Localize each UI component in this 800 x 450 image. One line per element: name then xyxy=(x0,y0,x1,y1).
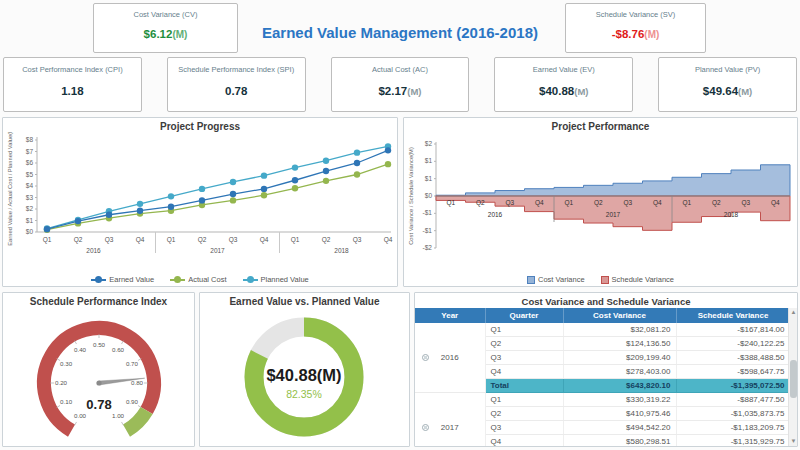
value-cell: $209,199.40 xyxy=(563,351,676,365)
svg-text:Q2: Q2 xyxy=(198,236,207,244)
svg-text:Q4: Q4 xyxy=(771,199,780,207)
value-cell: -$167,814.00 xyxy=(676,323,788,337)
quarter-cell: Q1 xyxy=(485,323,563,337)
svg-text:2017: 2017 xyxy=(210,247,225,254)
evm-dashboard: Cost Variance (CV) $6.12(M) Earned Value… xyxy=(0,0,800,450)
value-cell: -$388,488.50 xyxy=(676,351,788,365)
svg-text:$0: $0 xyxy=(26,228,34,235)
ev-vs-pv-panel: Earned Value vs. Planned Value $40.88(M)… xyxy=(199,292,410,447)
svg-text:$8: $8 xyxy=(26,136,34,143)
svg-text:$2: $2 xyxy=(26,205,34,212)
svg-text:0.40: 0.40 xyxy=(74,346,87,353)
kpi-value: 0.78 xyxy=(168,85,305,97)
svg-text:$1: $1 xyxy=(26,217,34,224)
svg-text:Q1: Q1 xyxy=(446,199,455,207)
svg-text:Q4: Q4 xyxy=(653,199,662,207)
quarter-cell: Q1 xyxy=(485,393,563,407)
svg-text:Q3: Q3 xyxy=(229,236,238,244)
table-row[interactable]: 2016Q1$32,081.20-$167,814.00 xyxy=(415,323,788,337)
svg-text:0.30: 0.30 xyxy=(60,360,73,367)
svg-text:$6: $6 xyxy=(26,159,34,166)
svg-text:$2: $2 xyxy=(425,140,433,147)
collapse-year-icon[interactable] xyxy=(422,354,429,361)
scroll-up-icon[interactable]: ▲ xyxy=(789,308,798,317)
svg-text:0.20: 0.20 xyxy=(55,379,68,386)
total-value-cell: -$1,395,072.50 xyxy=(676,379,788,393)
column-header[interactable]: Cost Variance xyxy=(563,308,676,323)
project-progress-chart[interactable]: $0$1$2$3$4$5$6$7$8Earned Value / Actual … xyxy=(3,132,397,264)
year-cell: 2016 xyxy=(415,323,485,393)
svg-text:Q1: Q1 xyxy=(43,236,52,244)
table-header-row: YearQuarterCost VarianceSchedule Varianc… xyxy=(415,308,788,323)
kpi-row: Cost Performance Index (CPI) 1.18 Schedu… xyxy=(3,57,797,112)
svg-text:0.60: 0.60 xyxy=(112,346,125,353)
svg-text:$4: $4 xyxy=(26,182,34,189)
variance-table-title: Cost Variance and Schedule Variance xyxy=(415,293,797,307)
legend-item-cost-variance[interactable]: Cost Variance xyxy=(527,275,585,284)
quarter-cell: Q2 xyxy=(485,337,563,351)
legend-item-schedule-variance[interactable]: Schedule Variance xyxy=(601,275,674,284)
kpi-card-ev: Earned Value (EV) $40.88(M) xyxy=(494,57,633,112)
kpi-value: 1.18 xyxy=(4,85,141,97)
value-cell: $124,136.50 xyxy=(563,337,676,351)
kpi-label: Actual Cost (AC) xyxy=(332,65,469,74)
project-progress-panel: Project Progress $0$1$2$3$4$5$6$7$8Earne… xyxy=(2,117,398,287)
legend-item-actual-cost[interactable]: Actual Cost xyxy=(170,275,226,284)
svg-text:$40.88(M): $40.88(M) xyxy=(266,366,341,384)
variance-table: YearQuarterCost VarianceSchedule Varianc… xyxy=(415,308,788,446)
legend-item-earned-value[interactable]: Earned Value xyxy=(91,275,154,284)
svg-text:0.00: 0.00 xyxy=(74,412,87,419)
kpi-value: $40.88(M) xyxy=(495,85,632,97)
total-label-cell: Total xyxy=(485,379,563,393)
svg-text:Q2: Q2 xyxy=(322,236,331,244)
kpi-card-ac: Actual Cost (AC) $2.17(M) xyxy=(331,57,470,112)
spi-gauge-chart[interactable]: 0.000.100.200.300.400.500.600.700.800.90… xyxy=(3,307,194,445)
scrollbar-thumb[interactable] xyxy=(790,360,797,398)
value-cell: -$1,035,873.75 xyxy=(676,407,788,421)
svg-text:0.70: 0.70 xyxy=(126,360,139,367)
svg-text:-$1: -$1 xyxy=(423,227,433,234)
svg-text:$1: $1 xyxy=(425,157,433,164)
project-progress-legend: Earned ValueActual CostPlanned Value xyxy=(3,275,397,284)
legend-item-planned-value[interactable]: Planned Value xyxy=(243,275,309,284)
column-header[interactable]: Year xyxy=(415,308,485,323)
ev-vs-pv-donut-chart[interactable]: $40.88(M)82.35% xyxy=(200,307,409,445)
quarter-cell: Q4 xyxy=(485,435,563,447)
kpi-value: $49.64(M) xyxy=(659,85,796,97)
value-cell: $410,975.46 xyxy=(563,407,676,421)
column-header[interactable]: Quarter xyxy=(485,308,563,323)
value-cell: -$1,315,929.75 xyxy=(676,435,788,447)
year-cell: 2017 xyxy=(415,393,485,447)
project-performance-title: Project Performance xyxy=(404,118,797,132)
svg-text:Q1: Q1 xyxy=(291,236,300,244)
table-scrollbar[interactable]: ▲ ▼ xyxy=(788,308,797,446)
schedule-variance-value: -$8.76(M) xyxy=(566,28,705,40)
kpi-card-cpi: Cost Performance Index (CPI) 1.18 xyxy=(3,57,142,112)
value-cell: $494,542.20 xyxy=(563,421,676,435)
svg-text:Q3: Q3 xyxy=(623,199,632,207)
table-row[interactable]: 2017Q1$330,319.22-$887,477.50 xyxy=(415,393,788,407)
collapse-year-icon[interactable] xyxy=(422,424,429,431)
project-performance-chart[interactable]: $2$1$1$0-$1-$1-$2Cost Variance / Schedul… xyxy=(404,132,797,268)
svg-text:Q3: Q3 xyxy=(105,236,114,244)
kpi-label: Planned Value (PV) xyxy=(659,65,796,74)
column-header[interactable]: Schedule Variance xyxy=(676,308,788,323)
value-cell: $580,298.51 xyxy=(563,435,676,447)
spi-gauge-title: Schedule Performance Index xyxy=(3,293,194,307)
svg-text:0.10: 0.10 xyxy=(60,398,73,405)
svg-text:Q2: Q2 xyxy=(476,199,485,207)
kpi-card-pv: Planned Value (PV) $49.64(M) xyxy=(658,57,797,112)
ev-vs-pv-title: Earned Value vs. Planned Value xyxy=(200,293,409,307)
svg-text:-$1: -$1 xyxy=(423,209,433,216)
scroll-down-icon[interactable]: ▼ xyxy=(789,437,798,446)
svg-text:Q1: Q1 xyxy=(682,199,691,207)
svg-text:$7: $7 xyxy=(26,148,34,155)
svg-text:2018: 2018 xyxy=(724,211,739,218)
quarter-cell: Q2 xyxy=(485,407,563,421)
value-cell: -$887,477.50 xyxy=(676,393,788,407)
svg-text:Q3: Q3 xyxy=(505,199,514,207)
kpi-card-spi: Schedule Performance Index (SPI) 0.78 xyxy=(167,57,306,112)
svg-text:Q2: Q2 xyxy=(712,199,721,207)
quarter-cell: Q3 xyxy=(485,421,563,435)
value-cell: -$598,647.75 xyxy=(676,365,788,379)
